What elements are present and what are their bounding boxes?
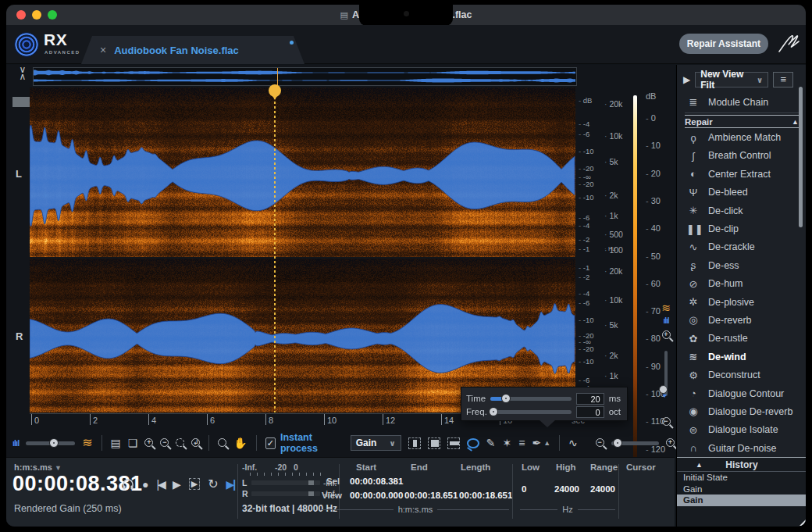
module-chain-item[interactable]: ≣ Module Chain (677, 93, 806, 111)
module-item[interactable]: ✲ De-plosive (677, 293, 806, 311)
scale-tick-label: 500 (604, 230, 623, 239)
module-item[interactable]: ϙ Ambience Match (677, 128, 806, 146)
module-item[interactable]: ⚙ Deconstruct (677, 366, 806, 384)
frequency-selection-tool[interactable] (447, 437, 460, 449)
zoom-selection-icon[interactable] (176, 436, 184, 450)
module-item[interactable]: ❚❚ De-clip (677, 220, 806, 237)
module-item[interactable]: ◔ Dialogue Contour (677, 384, 806, 402)
vertical-zoom-knob[interactable] (659, 385, 668, 394)
time-frequency-selection-tool[interactable] (428, 437, 440, 449)
playhead-pin[interactable] (269, 84, 281, 97)
waveform-view-toggle-icon[interactable]: ılıl (12, 437, 19, 449)
right-zoom-tools: ≋ ılıl + − (657, 299, 675, 430)
history-item[interactable]: Initial State (677, 472, 806, 484)
brush-selection-tool[interactable]: ✎ (486, 437, 496, 449)
module-item[interactable]: ◐ Center Extract (677, 165, 806, 183)
repair-assistant-button[interactable]: Repair Assistant (679, 34, 768, 54)
instant-process-checkbox[interactable]: ✓ (265, 437, 276, 449)
wand-settings-icon[interactable]: ≡ (518, 437, 525, 449)
lasso-selection-tool[interactable] (467, 438, 479, 448)
curve-tool-icon[interactable]: ∿ (568, 437, 578, 449)
hand-tool-icon[interactable]: ✋ (233, 437, 247, 449)
time-slider[interactable] (490, 397, 572, 401)
time-selection-tool[interactable] (408, 437, 421, 449)
sidebar-scrollbar[interactable] (799, 87, 803, 227)
horizontal-zoom-knob[interactable] (613, 438, 622, 448)
module-item[interactable]: ⊘ De-hum (677, 275, 806, 293)
loop-button[interactable]: ↻ (208, 477, 218, 491)
module-item[interactable]: ʂ De-ess (677, 256, 806, 274)
record-button[interactable]: ● (142, 478, 148, 491)
module-item[interactable]: ◎ De-reverb (677, 311, 806, 329)
module-select[interactable]: Gain∨ (351, 435, 401, 451)
history-item[interactable]: Gain (677, 495, 806, 506)
comment-icon[interactable]: ❏ (128, 437, 138, 449)
spectrogram-left-channel[interactable] (30, 87, 575, 257)
monitor-headphones-icon[interactable] (122, 478, 134, 491)
module-item[interactable]: ⊜ Dialogue Isolate (677, 421, 806, 439)
play-to-end-button[interactable]: ▶| (226, 478, 235, 491)
view-filter-select[interactable]: New View Filt∨ (695, 72, 768, 87)
search-icon[interactable] (218, 436, 226, 450)
overview-strip[interactable] (33, 67, 577, 86)
module-item[interactable]: ✿ De-rustle (677, 330, 806, 348)
instant-process-label[interactable]: Instant process (280, 432, 344, 454)
feather-tool[interactable]: ✒▲ (532, 437, 550, 449)
module-item-label: Breath Control (708, 150, 771, 161)
time-value-field[interactable]: 20 (576, 393, 604, 405)
panel-resize-handle[interactable] (800, 520, 806, 526)
module-item[interactable]: ≋ De-wind (677, 348, 806, 366)
zoom-in-vertical-icon[interactable]: + (657, 330, 675, 341)
rx-scribble-icon[interactable] (776, 31, 801, 56)
waveform-view-icon[interactable]: ılıl (657, 316, 675, 325)
zoom-out-vertical-icon[interactable]: − (657, 416, 675, 428)
hzoom-in-icon[interactable]: + (666, 436, 675, 450)
play-selection-button[interactable]: ▶ (189, 478, 200, 490)
play-button[interactable]: ▶ (173, 478, 181, 491)
de-reverb-icon: ◎ (686, 314, 700, 326)
module-item[interactable]: Ψ De-bleed (677, 184, 806, 202)
magic-wand-tool[interactable]: ✶ (503, 437, 512, 449)
time-slider-knob[interactable] (501, 394, 511, 403)
horizontal-zoom-slider[interactable] (611, 441, 659, 445)
app-window: ▤Audiobook Fan Noise.flac RX ADVANCED × … (6, 5, 806, 527)
module-item[interactable]: ◉ Dialogue De-reverb (677, 402, 806, 420)
freq-slider[interactable] (490, 410, 572, 414)
spectrogram-canvas-left[interactable] (30, 87, 575, 257)
tab-close-icon[interactable]: × (100, 44, 106, 56)
playhead-line[interactable] (274, 87, 276, 412)
time-tick-label: 10 (324, 414, 337, 425)
overview-waveform[interactable] (34, 68, 576, 85)
module-item[interactable]: ∿ De-crackle (677, 238, 806, 256)
freq-value-field[interactable]: 0 (576, 406, 604, 418)
spectrogram-view-icon[interactable]: ≋ (657, 302, 675, 314)
caret-down-icon: ▼ (55, 464, 62, 472)
de-hum-icon: ⊘ (686, 278, 700, 290)
go-to-start-button[interactable]: |◀ (156, 478, 164, 491)
time-format-selector[interactable]: h:m:s.ms ▼ (14, 462, 62, 472)
preview-play-icon[interactable]: ▶ (683, 74, 690, 85)
zoom-reset-icon[interactable]: ↲ (191, 436, 200, 450)
history-item[interactable]: Gain (677, 484, 806, 495)
view-blend-slider[interactable] (26, 441, 75, 445)
zoom-out-icon[interactable]: − (160, 436, 169, 450)
channel-header-chip[interactable] (12, 97, 31, 107)
overview-collapse-icon[interactable]: ∨∧ (16, 66, 30, 80)
module-chain-label: Module Chain (708, 97, 768, 108)
file-tab[interactable]: × Audiobook Fan Noise.flac (81, 36, 304, 64)
freq-slider-knob[interactable] (489, 407, 498, 416)
collapse-up-icon[interactable]: ▲ (792, 118, 799, 126)
clipboard-icon[interactable]: ▤ (111, 437, 121, 449)
repair-section-header[interactable]: Repair▲ (685, 115, 799, 128)
col-length: Length (461, 462, 490, 472)
macbook-notch (359, 5, 453, 26)
module-item[interactable]: ✳ De-click (677, 202, 806, 220)
zoom-in-icon[interactable]: + (144, 436, 153, 450)
camera-dot (404, 11, 409, 16)
hzoom-out-icon[interactable]: − (596, 436, 604, 450)
view-blend-knob[interactable] (49, 438, 59, 448)
spectrogram-view-toggle-icon[interactable]: ≋ (82, 437, 92, 449)
module-item[interactable]: ∩ Guitar De-noise (677, 439, 806, 457)
module-item[interactable]: ʃ Breath Control (677, 147, 806, 165)
sidebar-menu-button[interactable]: ≡ (773, 72, 793, 87)
